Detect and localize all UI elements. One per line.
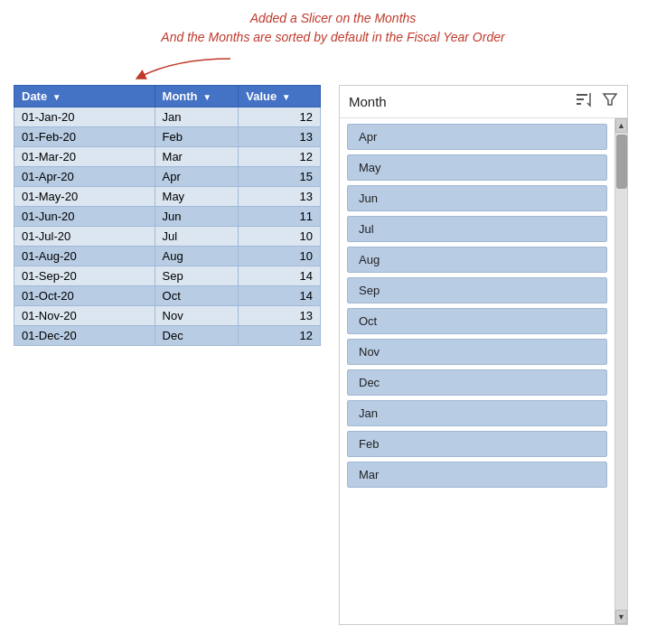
table-row: 01-Jun-20Jun11	[14, 207, 321, 227]
table-row: 01-Nov-20Nov13	[14, 306, 321, 326]
cell-value: 12	[239, 147, 321, 167]
slicer-icon-group	[575, 91, 618, 112]
slicer-item[interactable]: Nov	[347, 339, 607, 365]
table-row: 01-Sep-20Sep14	[14, 266, 321, 286]
slicer-item[interactable]: May	[347, 154, 607, 181]
cell-month: Dec	[155, 326, 239, 346]
annotation-line1: Added a Slicer on the Months	[14, 9, 652, 28]
col-header-date[interactable]: Date ▼	[14, 86, 155, 107]
annotation-block: Added a Slicer on the Months And the Mon…	[14, 9, 652, 47]
cell-date: 01-Sep-20	[14, 266, 155, 286]
cell-month: Jan	[155, 107, 239, 127]
arrow-decoration	[14, 54, 652, 81]
slicer-item[interactable]: Jun	[347, 185, 607, 211]
table-row: 01-Apr-20Apr15	[14, 167, 321, 187]
cell-value: 14	[239, 286, 321, 306]
slicer-title: Month	[349, 94, 575, 109]
cell-date: 01-Jul-20	[14, 227, 155, 247]
col-header-month-label: Month	[163, 89, 198, 103]
scrollbar-up-button[interactable]: ▲	[615, 118, 627, 133]
table-row: 01-Oct-20Oct14	[14, 286, 321, 306]
slicer-header: Month	[340, 86, 627, 118]
slicer-item[interactable]: Apr	[347, 124, 607, 150]
cell-month: Mar	[155, 147, 239, 167]
sort-icon-date[interactable]: ▼	[52, 92, 61, 102]
slicer-body: AprMayJunJulAugSepOctNovDecJanFebMar ▲ ▼	[340, 118, 627, 624]
cell-date: 01-Jun-20	[14, 207, 155, 227]
slicer-item[interactable]: Feb	[347, 431, 607, 457]
cell-value: 10	[239, 247, 321, 266]
data-table-container: Date ▼ Month ▼ Value ▼ 01-Jan-20Jan1201-…	[14, 85, 321, 625]
annotation-line2: And the Months are sorted by default in …	[14, 28, 652, 47]
slicer-item[interactable]: Jul	[347, 216, 607, 242]
cell-month: Sep	[155, 266, 239, 286]
slicer-items-list: AprMayJunJulAugSepOctNovDecJanFebMar	[340, 118, 614, 624]
cell-value: 14	[239, 266, 321, 286]
filter-svg	[602, 91, 618, 107]
cell-date: 01-Nov-20	[14, 306, 155, 326]
cell-value: 10	[239, 227, 321, 247]
slicer-container: Month	[339, 85, 628, 625]
slicer-item[interactable]: Dec	[347, 369, 607, 396]
sort-multiselect-icon[interactable]	[575, 91, 593, 112]
cell-date: 01-Dec-20	[14, 326, 155, 346]
sort-icon-value[interactable]: ▼	[282, 92, 291, 102]
slicer-item[interactable]: Sep	[347, 277, 607, 303]
cell-value: 12	[239, 107, 321, 127]
cell-date: 01-Aug-20	[14, 247, 155, 266]
slicer-item[interactable]: Oct	[347, 308, 607, 334]
table-body: 01-Jan-20Jan1201-Feb-20Feb1301-Mar-20Mar…	[14, 107, 321, 346]
cell-month: Nov	[155, 306, 239, 326]
cell-date: 01-Jan-20	[14, 107, 155, 127]
col-header-date-label: Date	[22, 89, 47, 103]
slicer-item[interactable]: Aug	[347, 247, 607, 273]
table-header-row: Date ▼ Month ▼ Value ▼	[14, 86, 321, 107]
table-row: 01-Mar-20Mar12	[14, 147, 321, 167]
col-header-value-label: Value	[246, 89, 277, 103]
scrollbar-thumb[interactable]	[616, 135, 627, 189]
slicer-item[interactable]: Mar	[347, 462, 607, 488]
table-row: 01-Aug-20Aug10	[14, 247, 321, 266]
cell-month: Aug	[155, 247, 239, 266]
table-row: 01-Jan-20Jan12	[14, 107, 321, 127]
col-header-month[interactable]: Month ▼	[155, 86, 239, 107]
cell-date: 01-Mar-20	[14, 147, 155, 167]
cell-date: 01-Feb-20	[14, 127, 155, 147]
filter-icon[interactable]	[602, 91, 618, 112]
col-header-value[interactable]: Value ▼	[239, 86, 321, 107]
arrow-svg	[104, 54, 249, 81]
table-row: 01-Feb-20Feb13	[14, 127, 321, 147]
table-row: 01-Jul-20Jul10	[14, 227, 321, 247]
cell-month: May	[155, 187, 239, 207]
cell-month: Apr	[155, 167, 239, 187]
cell-month: Jul	[155, 227, 239, 247]
cell-month: Jun	[155, 207, 239, 227]
table-row: 01-Dec-20Dec12	[14, 326, 321, 346]
cell-value: 13	[239, 306, 321, 326]
data-table: Date ▼ Month ▼ Value ▼ 01-Jan-20Jan1201-…	[14, 85, 321, 346]
cell-value: 15	[239, 167, 321, 187]
cell-value: 13	[239, 127, 321, 147]
slicer-item[interactable]: Jan	[347, 400, 607, 426]
cell-value: 12	[239, 326, 321, 346]
table-row: 01-May-20May13	[14, 187, 321, 207]
main-content: Date ▼ Month ▼ Value ▼ 01-Jan-20Jan1201-…	[14, 85, 652, 625]
cell-date: 01-Apr-20	[14, 167, 155, 187]
cell-month: Feb	[155, 127, 239, 147]
cell-date: 01-Oct-20	[14, 286, 155, 306]
svg-marker-3	[604, 94, 616, 105]
scrollbar-down-button[interactable]: ▼	[615, 610, 627, 624]
scrollbar-track: ▲ ▼	[614, 118, 627, 624]
sort-lines-svg	[575, 91, 593, 107]
cell-date: 01-May-20	[14, 187, 155, 207]
sort-icon-month[interactable]: ▼	[202, 92, 211, 102]
cell-value: 13	[239, 187, 321, 207]
cell-month: Oct	[155, 286, 239, 306]
cell-value: 11	[239, 207, 321, 227]
